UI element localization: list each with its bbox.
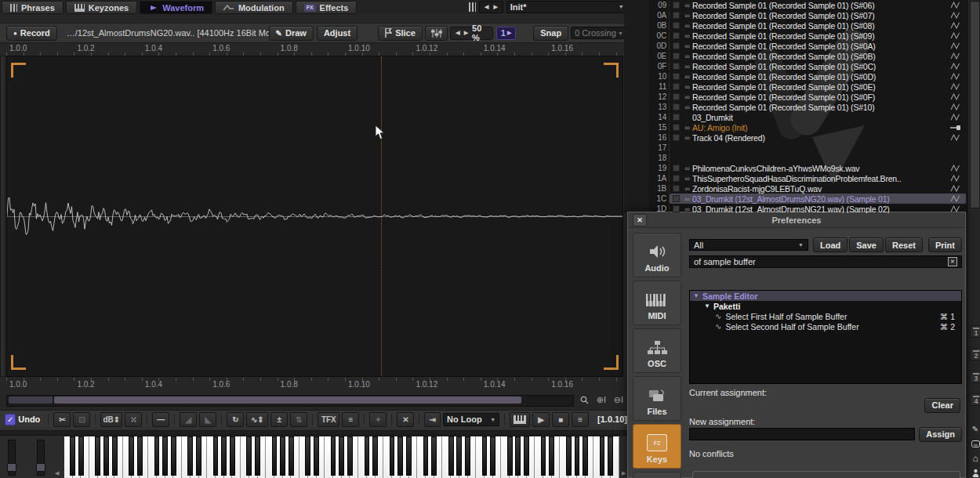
preset-prev-icon[interactable]: ◀: [485, 4, 488, 10]
preset-next-icon[interactable]: ▶: [493, 4, 497, 10]
disk-panel-icon[interactable]: [970, 438, 980, 450]
black-key[interactable]: [162, 436, 168, 476]
black-key[interactable]: [608, 436, 613, 476]
slice-fader-button[interactable]: [425, 26, 448, 41]
undo-checkbox[interactable]: ✓: [5, 414, 16, 425]
play-options-icon[interactable]: ≡: [572, 412, 589, 427]
magnifier-icon[interactable]: [577, 394, 591, 406]
close-icon[interactable]: ✕: [633, 214, 647, 226]
timeline-ruler-bottom[interactable]: 1.0.01.0.21.0.41.0.61.0.81.0.101.0.121.0…: [6, 378, 623, 389]
black-key[interactable]: [347, 436, 353, 476]
user-icon[interactable]: [970, 467, 980, 478]
view-preset-3[interactable]: 3: [970, 371, 980, 383]
sample-checkbox[interactable]: [673, 124, 680, 131]
sample-checkbox[interactable]: [673, 134, 680, 141]
sample-checkbox[interactable]: [673, 114, 680, 121]
black-key[interactable]: [566, 436, 572, 476]
sample-checkbox[interactable]: [673, 32, 680, 39]
adjust-button[interactable]: Adjust: [317, 26, 358, 41]
black-key[interactable]: [187, 436, 193, 476]
black-key[interactable]: [137, 436, 143, 476]
black-key[interactable]: [213, 436, 219, 476]
draw-button[interactable]: ✎ Draw: [269, 26, 314, 41]
pencil-icon[interactable]: ✎: [970, 423, 980, 435]
home-icon[interactable]: ⌂: [970, 452, 980, 464]
fx-list-icon[interactable]: ≡: [342, 412, 359, 427]
waveform-display[interactable]: [6, 56, 623, 377]
black-key[interactable]: [246, 436, 252, 476]
tab-modulation[interactable]: Modulation: [215, 1, 293, 14]
black-key[interactable]: [280, 436, 285, 476]
sample-checkbox[interactable]: [673, 175, 680, 182]
scrollbar-thumb[interactable]: [54, 397, 521, 404]
assign-button[interactable]: Assign: [919, 427, 962, 442]
sample-checkbox[interactable]: [673, 103, 680, 110]
black-key[interactable]: [507, 436, 513, 476]
snap-mode-select[interactable]: 0 Crossing ▼: [571, 27, 627, 39]
sensitivity-down-icon[interactable]: ◀: [456, 30, 459, 36]
stretch-icon[interactable]: ⇅: [290, 412, 307, 427]
pref-nav-keys[interactable]: F2Keys: [633, 424, 681, 469]
fade-in-icon[interactable]: ◢: [180, 412, 197, 427]
keyboard-focus-icon[interactable]: [510, 412, 530, 427]
selection-corner-icon[interactable]: [604, 63, 619, 78]
slider-handle[interactable]: [7, 463, 16, 472]
black-key[interactable]: [154, 436, 160, 476]
sample-checkbox[interactable]: [673, 53, 680, 60]
sample-row-12[interactable]: 12∞Recorded Sample 01 (Recorded Sample 0…: [649, 92, 967, 102]
sample-row-15[interactable]: 15∞AU: Amigo (Init): [649, 122, 967, 132]
view-preset-1[interactable]: 1: [970, 325, 980, 338]
loop-jump-icon[interactable]: ⇥: [424, 412, 441, 427]
sample-checkbox[interactable]: [673, 63, 680, 70]
delete-icon[interactable]: ✕: [397, 412, 414, 427]
crop-icon[interactable]: ⊡: [73, 412, 90, 427]
reverse-icon[interactable]: ↻: [227, 412, 244, 427]
spray-icon[interactable]: ✦: [369, 412, 387, 427]
keyboard-scroll-right-icon[interactable]: ▶: [622, 470, 626, 476]
pref-nav-files[interactable]: Files: [633, 376, 681, 421]
black-key[interactable]: [289, 436, 294, 476]
clear-search-icon[interactable]: ✕: [948, 257, 957, 266]
piano-keyboard[interactable]: [64, 436, 619, 478]
print-button[interactable]: Print: [928, 237, 962, 252]
selection-corner-icon[interactable]: [604, 355, 619, 370]
horizontal-scrollbar[interactable]: [6, 395, 574, 407]
black-key[interactable]: [129, 436, 134, 476]
sample-row-19[interactable]: 19∞PhilomenaCunkvsChildren-aYhwsWMo9sk.w…: [649, 163, 967, 173]
preferences-titlebar[interactable]: Preferences: [628, 212, 965, 228]
zoom-in-icon[interactable]: ⊕I: [593, 394, 610, 406]
sample-row-1C[interactable]: 1C∞03_Drumkit (12st_AlmostDrumsNG20.wav)…: [649, 194, 967, 204]
keyboard-scroll-left-icon[interactable]: ◀: [55, 470, 59, 476]
slice-sensitivity-stepper[interactable]: ◀ ▶ 50 %: [450, 27, 493, 40]
black-key[interactable]: [515, 436, 521, 476]
black-key[interactable]: [448, 436, 454, 476]
black-key[interactable]: [339, 436, 344, 476]
black-key[interactable]: [95, 436, 100, 476]
sample-row-0D[interactable]: 0D∞Recorded Sample 01 (Recorded Sample 0…: [649, 41, 967, 51]
sample-row-09[interactable]: 09∞Recorded Sample 01 (Recorded Sample 0…: [649, 0, 967, 10]
tree-group-paketti[interactable]: ▼ Paketti: [690, 301, 961, 311]
sample-checkbox[interactable]: [673, 73, 680, 80]
normalize-icon[interactable]: ⁙: [125, 412, 142, 427]
black-key[interactable]: [423, 436, 429, 476]
black-key[interactable]: [600, 436, 605, 476]
black-key[interactable]: [390, 436, 395, 476]
black-key[interactable]: [331, 436, 336, 476]
black-key[interactable]: [397, 436, 403, 476]
sample-row-0B[interactable]: 0B∞Recorded Sample 01 (Recorded Sample 0…: [649, 20, 967, 31]
pref-nav-gui[interactable]: [633, 472, 681, 478]
pitch-slider[interactable]: [8, 440, 16, 476]
black-key[interactable]: [221, 436, 227, 476]
black-key[interactable]: [78, 436, 84, 476]
tree-item[interactable]: ∿Select First Half of Sample Buffer⌘ 1: [690, 311, 961, 321]
vertical-zoom-strip[interactable]: [0, 56, 5, 377]
black-key[interactable]: [541, 436, 546, 476]
new-assignment-input[interactable]: [689, 428, 915, 440]
black-key[interactable]: [431, 436, 437, 476]
sample-row-17[interactable]: 17: [649, 143, 967, 153]
sample-row-11[interactable]: 11∞Recorded Sample 01 (Recorded Sample 0…: [649, 81, 967, 92]
sample-row-14[interactable]: 1403_Drumkit: [649, 112, 967, 122]
sample-row-1B[interactable]: 1B∞ZordonisaRacist-mjgC9LEBTuQ.wav: [649, 183, 967, 194]
black-key[interactable]: [575, 436, 580, 476]
tab-keyzones[interactable]: Keyzones: [66, 1, 137, 14]
